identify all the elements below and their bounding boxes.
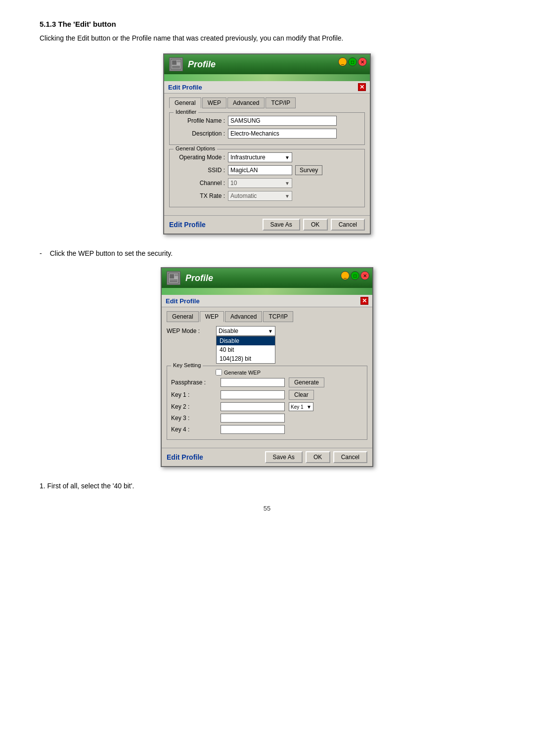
bottom-bar-2: Edit Profile Save As OK Cancel: [162, 448, 372, 466]
close-x-2[interactable]: ✕: [360, 297, 368, 305]
tab-general-2[interactable]: General: [167, 311, 199, 322]
titlebar-1: Profile _ □ ✕: [164, 54, 370, 74]
passphrase-row: Passphrase : Generate: [171, 378, 363, 387]
cancel-button-2[interactable]: Cancel: [333, 451, 367, 463]
profile-body-2: General WEP Advanced TCP/IP WEP Mode : D…: [162, 307, 372, 448]
green-bar-2: [162, 288, 372, 295]
general-options-label: General Options: [174, 145, 217, 151]
profile-dialog-2: Profile _ □ ✕ Edit Profile ✕ General WEP…: [161, 267, 373, 467]
passphrase-input[interactable]: [221, 378, 285, 387]
bullet-dash: -: [40, 249, 42, 257]
svg-rect-3: [172, 66, 180, 67]
dropdown-option-40bit[interactable]: 40 bit: [217, 345, 275, 354]
key4-row: Key 4 :: [171, 425, 363, 434]
profile-name-input[interactable]: SAMSUNG: [228, 116, 337, 126]
key2-input[interactable]: [221, 402, 285, 411]
wep-mode-row: WEP Mode : Disable ▼ Disable 40 bit 104(…: [167, 326, 367, 336]
wep-mode-dropdown[interactable]: Disable ▼: [216, 326, 275, 336]
key1-input[interactable]: [221, 390, 285, 399]
edit-profile-header-2: Edit Profile ✕: [162, 295, 372, 307]
profile-body-1: General WEP Advanced TCP/IP Identifier P…: [164, 94, 370, 215]
svg-rect-7: [175, 274, 178, 276]
bottom-bar-label-1: Edit Profile: [169, 221, 206, 229]
ssid-label: SSID :: [174, 167, 228, 174]
page-number: 55: [40, 505, 494, 512]
survey-button[interactable]: Survey: [295, 165, 322, 175]
bottom-bar-label-2: Edit Profile: [167, 453, 203, 461]
key4-input[interactable]: [221, 425, 285, 434]
bottom-bar-1: Edit Profile Save As OK Cancel: [164, 215, 370, 234]
channel-dropdown[interactable]: 10 ▼: [228, 178, 292, 188]
tab-wep-2[interactable]: WEP: [200, 311, 224, 322]
generate-wep-checkbox[interactable]: [216, 369, 222, 376]
general-options-group: General Options Operating Mode : Infrast…: [169, 149, 365, 207]
bottom-btns-2: Save As OK Cancel: [265, 451, 367, 463]
svg-rect-4: [172, 67, 180, 68]
edit-profile-header-1: Edit Profile ✕: [164, 81, 370, 94]
description-input[interactable]: Electro-Mechanics: [228, 129, 337, 139]
svg-rect-6: [170, 274, 174, 279]
close-btn-2[interactable]: ✕: [360, 271, 369, 280]
profile-icon: [169, 57, 183, 71]
save-as-button-1[interactable]: Save As: [263, 219, 300, 231]
tab-tcpip-2[interactable]: TCP/IP: [263, 311, 293, 322]
operating-mode-dropdown[interactable]: Infrastructure ▼: [228, 152, 292, 162]
maximize-btn-2[interactable]: □: [351, 271, 359, 280]
body-text: Clicking the Edit button or the Profile …: [40, 33, 494, 44]
txrate-label: TX Rate :: [174, 192, 228, 199]
cancel-button-1[interactable]: Cancel: [331, 219, 365, 231]
profile-icon-2: [167, 271, 180, 285]
ok-button-2[interactable]: OK: [306, 451, 330, 463]
ok-button-1[interactable]: OK: [303, 219, 328, 231]
titlebar-buttons-1: _ □ ✕: [338, 57, 367, 66]
dropdown-arrow-wep: ▼: [268, 329, 273, 334]
dropdown-arrow-3: ▼: [285, 193, 290, 199]
maximize-btn-1[interactable]: □: [348, 57, 357, 66]
wep-dropdown-list[interactable]: Disable 40 bit 104(128) bit: [216, 336, 275, 364]
wep-mode-label: WEP Mode :: [167, 328, 216, 334]
operating-mode-row: Operating Mode : Infrastructure ▼: [174, 152, 360, 162]
tab-advanced-1[interactable]: Advanced: [227, 97, 265, 108]
key-setting-label: Key Setting: [171, 362, 203, 368]
key-setting-group: Key Setting Generate WEP Passphrase : Ge…: [167, 366, 367, 440]
generate-wep-label: Generate WEP: [224, 370, 261, 376]
tab-general-1[interactable]: General: [169, 97, 201, 108]
key3-row: Key 3 :: [171, 414, 363, 423]
key-select-row: Key 1 ▼: [289, 402, 313, 411]
txrate-row: TX Rate : Automatic ▼: [174, 191, 360, 201]
profile-dialog-1: Profile _ □ ✕ Edit Profile ✕ General WEP…: [163, 53, 371, 235]
minimize-btn-2[interactable]: _: [341, 271, 350, 280]
dropdown-option-disable[interactable]: Disable: [217, 336, 275, 345]
titlebar-title-1: Profile: [188, 59, 216, 70]
tab-tcpip-1[interactable]: TCP/IP: [266, 97, 296, 108]
minimize-btn-1[interactable]: _: [338, 57, 347, 66]
dropdown-option-104bit[interactable]: 104(128) bit: [217, 354, 275, 363]
clear-button[interactable]: Clear: [289, 390, 314, 400]
green-bar-1: [164, 74, 370, 81]
channel-row: Channel : 10 ▼: [174, 178, 360, 188]
svg-rect-2: [177, 60, 180, 62]
key-select-arrow: ▼: [307, 404, 312, 410]
generate-wep-row: Generate WEP: [216, 369, 363, 376]
tabs-1: General WEP Advanced TCP/IP: [169, 97, 365, 108]
bottom-btns-1: Save As OK Cancel: [263, 219, 365, 231]
close-btn-1[interactable]: ✕: [358, 57, 367, 66]
key4-label: Key 4 :: [171, 426, 221, 433]
close-x-1[interactable]: ✕: [358, 83, 366, 91]
save-as-button-2[interactable]: Save As: [265, 451, 303, 463]
dropdown-arrow-1: ▼: [285, 155, 290, 160]
tab-advanced-2[interactable]: Advanced: [225, 311, 262, 322]
profile-name-label: Profile Name :: [174, 117, 228, 124]
svg-rect-1: [172, 60, 177, 65]
key2-label: Key 2 :: [171, 403, 221, 410]
edit-profile-title-1: Edit Profile: [168, 84, 202, 91]
ssid-input[interactable]: MagicLAN: [228, 165, 292, 175]
txrate-dropdown[interactable]: Automatic ▼: [228, 191, 292, 201]
titlebar-buttons-2: _ □ ✕: [341, 271, 369, 280]
tab-wep-1[interactable]: WEP: [202, 97, 226, 108]
description-label: Description :: [174, 130, 228, 137]
key-select-dropdown[interactable]: Key 1 ▼: [289, 402, 313, 411]
generate-button[interactable]: Generate: [289, 378, 324, 387]
section-heading: 5.1.3 The 'Edit' button: [40, 20, 494, 28]
key3-input[interactable]: [221, 414, 285, 423]
